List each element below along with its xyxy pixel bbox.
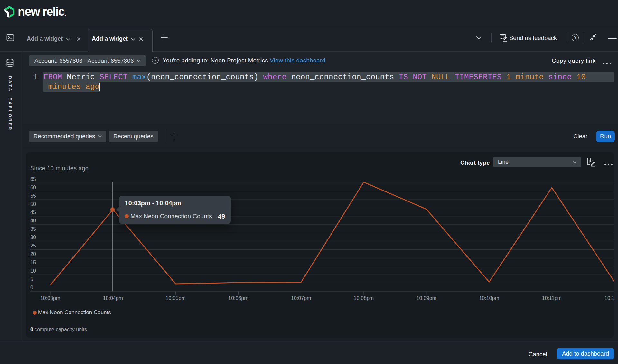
svg-text:0: 0	[30, 285, 33, 290]
svg-text:10:08pm: 10:08pm	[354, 295, 374, 301]
svg-text:10:09pm: 10:09pm	[417, 295, 436, 301]
svg-text:15: 15	[30, 260, 36, 265]
svg-text:20: 20	[30, 251, 36, 257]
svg-text:60: 60	[30, 185, 36, 190]
svg-text:25: 25	[30, 243, 36, 248]
svg-text:10:11pm: 10:11pm	[542, 295, 562, 301]
svg-text:65: 65	[30, 176, 36, 182]
svg-text:50: 50	[30, 201, 36, 207]
svg-text:10:04pm: 10:04pm	[103, 295, 123, 301]
svg-text:10:03pm: 10:03pm	[40, 295, 60, 301]
svg-text:30: 30	[30, 235, 36, 240]
svg-text:10: 10	[30, 268, 36, 274]
svg-text:40: 40	[30, 218, 36, 223]
svg-text:10:05pm: 10:05pm	[165, 295, 185, 301]
svg-text:55: 55	[30, 193, 36, 199]
svg-text:10:06pm: 10:06pm	[228, 295, 248, 301]
svg-text:5: 5	[30, 276, 33, 282]
svg-text:45: 45	[30, 210, 36, 215]
svg-text:35: 35	[30, 226, 36, 232]
svg-text:10:07pm: 10:07pm	[291, 295, 311, 301]
svg-text:10:12pm: 10:12pm	[604, 295, 614, 301]
svg-text:10:10pm: 10:10pm	[479, 295, 499, 301]
